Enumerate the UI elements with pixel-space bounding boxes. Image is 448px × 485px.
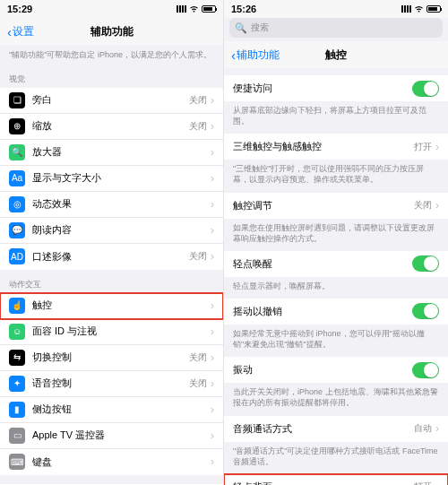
row-shake[interactable]: 摇动以撤销 bbox=[224, 299, 448, 325]
content-scroll[interactable]: "辅助功能"可帮助您自定 iPhone，以满足您的个人需求。 视觉 ❏旁白关闭›… bbox=[0, 45, 223, 485]
search-icon: 🔍 bbox=[235, 22, 247, 34]
chevron-left-icon: ‹ bbox=[231, 48, 236, 62]
foot-tapwake: 轻点显示器时，唤醒屏幕。 bbox=[224, 277, 448, 299]
toggle-shake[interactable] bbox=[412, 303, 439, 319]
side-icon: ▮ bbox=[9, 402, 25, 418]
status-bar: 15:29 bbox=[0, 0, 223, 18]
row-display[interactable]: Aa显示与文字大小› bbox=[0, 166, 223, 192]
chevron-right-icon: › bbox=[211, 299, 214, 312]
content-scroll[interactable]: 便捷访问 从屏幕底部边缘向下轻扫，将屏幕上方项目拉至可及范围。 三维触控与触感触… bbox=[224, 68, 448, 485]
foot-haptic: "三维触控"打开时，您可以使用强弱不同的压力按压屏幕，以显示内容预览、操作或关联… bbox=[224, 160, 448, 192]
row-call[interactable]: 音频通话方式自动› bbox=[224, 416, 448, 442]
chevron-right-icon: › bbox=[211, 146, 214, 159]
foot-shake: 如果经常无意中摇动到 iPhone，您可以停用"摇动以撤销"来避免出现"撤销"提… bbox=[224, 325, 448, 357]
chevron-right-icon: › bbox=[211, 198, 214, 211]
toggle-reachability[interactable] bbox=[412, 81, 439, 97]
audiodesc-icon: AD bbox=[9, 248, 25, 264]
section-action: 动作交互 bbox=[0, 270, 223, 293]
row-motion[interactable]: ◎动态效果› bbox=[0, 192, 223, 218]
section-vision: 视觉 bbox=[0, 65, 223, 88]
nav-bar: ‹辅助功能 触控 bbox=[224, 41, 448, 68]
status-time: 15:29 bbox=[7, 4, 32, 14]
row-reachability[interactable]: 便捷访问 bbox=[224, 75, 448, 101]
row-haptic[interactable]: 三维触控与触感触控打开› bbox=[224, 134, 448, 160]
search-field[interactable]: 🔍搜索 bbox=[229, 18, 443, 38]
chevron-right-icon: › bbox=[211, 250, 214, 263]
spoken-icon: 💬 bbox=[9, 222, 25, 238]
chevron-right-icon: › bbox=[211, 455, 214, 468]
motion-icon: ◎ bbox=[9, 196, 25, 212]
chevron-right-icon: › bbox=[211, 377, 214, 390]
voice-icon: ✦ bbox=[9, 376, 25, 392]
battery-icon bbox=[426, 5, 441, 13]
status-time: 15:26 bbox=[231, 4, 256, 14]
row-side[interactable]: ▮侧边按钮› bbox=[0, 397, 223, 423]
back-button[interactable]: ‹辅助功能 bbox=[231, 48, 280, 63]
chevron-left-icon: ‹ bbox=[7, 25, 12, 39]
toggle-vibe[interactable] bbox=[412, 362, 439, 378]
row-zoom[interactable]: ⊕缩放关闭› bbox=[0, 114, 223, 140]
accessibility-screen: 15:29 ‹设置 辅助功能 "辅助功能"可帮助您自定 iPhone，以满足您的… bbox=[0, 0, 224, 485]
chevron-right-icon: › bbox=[211, 403, 214, 416]
wifi-icon bbox=[414, 5, 424, 13]
chevron-right-icon: › bbox=[211, 351, 214, 364]
back-button[interactable]: ‹设置 bbox=[7, 24, 34, 39]
row-magnifier[interactable]: 🔍放大器› bbox=[0, 140, 223, 166]
signal-icon bbox=[401, 4, 411, 14]
chevron-right-icon: › bbox=[435, 199, 439, 212]
keyboard-icon: ⌨ bbox=[9, 454, 25, 470]
signal-icon bbox=[177, 4, 186, 14]
row-tapwake[interactable]: 轻点唤醒 bbox=[224, 251, 448, 277]
row-voiceover[interactable]: ❏旁白关闭› bbox=[0, 88, 223, 114]
display-icon: Aa bbox=[9, 170, 25, 186]
row-audiodesc[interactable]: AD口述影像关闭› bbox=[0, 244, 223, 270]
row-keyboard[interactable]: ⌨键盘› bbox=[0, 449, 223, 475]
magnifier-icon: 🔍 bbox=[9, 144, 25, 160]
chevron-right-icon: › bbox=[435, 481, 439, 485]
chevron-right-icon: › bbox=[211, 325, 214, 338]
faceid-icon: ☺ bbox=[9, 324, 25, 340]
foot-vibe: 当此开关关闭时，iPhone 上包括地震、海啸和其他紧急警报在内的所有振动提醒都… bbox=[224, 383, 448, 415]
nav-bar: ‹设置 辅助功能 bbox=[0, 18, 223, 45]
touch-screen: 15:26 🔍搜索 ‹辅助功能 触控 便捷访问 从屏幕底部边缘向下轻扫，将屏幕上… bbox=[224, 0, 448, 485]
battery-icon bbox=[202, 5, 216, 13]
chevron-right-icon: › bbox=[435, 422, 439, 435]
touch-icon: ☝ bbox=[9, 298, 25, 314]
foot-accom: 如果您在使用触控屏时遇到问题，请调整以下设置更改屏幕响应触控操作的方式。 bbox=[224, 219, 448, 251]
foot-reachability: 从屏幕底部边缘向下轻扫，将屏幕上方项目拉至可及范围。 bbox=[224, 101, 448, 134]
row-appletv[interactable]: ▭Apple TV 遥控器› bbox=[0, 423, 223, 449]
row-accom[interactable]: 触控调节关闭› bbox=[224, 193, 448, 219]
foot-call: "音频通话方式"可决定使用哪种方式接听电话或 FaceTime 音频通话。 bbox=[224, 442, 448, 474]
row-vibe[interactable]: 振动 bbox=[224, 357, 448, 383]
appletv-icon: ▭ bbox=[9, 428, 25, 444]
row-voice[interactable]: ✦语音控制关闭› bbox=[0, 371, 223, 397]
chevron-right-icon: › bbox=[211, 224, 214, 237]
row-backtap[interactable]: 轻点背面打开› bbox=[224, 474, 448, 485]
chevron-right-icon: › bbox=[211, 94, 214, 107]
page-title: 触控 bbox=[325, 48, 347, 63]
toggle-tapwake[interactable] bbox=[412, 255, 439, 272]
row-faceid[interactable]: ☺面容 ID 与注视› bbox=[0, 319, 223, 345]
row-spoken[interactable]: 💬朗读内容› bbox=[0, 218, 223, 244]
page-title: 辅助功能 bbox=[90, 24, 134, 39]
switch-icon: ⇆ bbox=[9, 350, 25, 366]
intro-text: "辅助功能"可帮助您自定 iPhone，以满足您的个人需求。 bbox=[0, 45, 223, 65]
wifi-icon bbox=[189, 5, 199, 13]
zoom-icon: ⊕ bbox=[9, 118, 25, 134]
row-touch[interactable]: ☝触控› bbox=[0, 293, 223, 319]
row-switch[interactable]: ⇆切换控制关闭› bbox=[0, 345, 223, 371]
chevron-right-icon: › bbox=[435, 141, 439, 153]
chevron-right-icon: › bbox=[211, 429, 214, 442]
voiceover-icon: ❏ bbox=[9, 92, 25, 108]
chevron-right-icon: › bbox=[211, 172, 214, 185]
chevron-right-icon: › bbox=[211, 120, 214, 133]
status-bar: 15:26 bbox=[224, 0, 448, 18]
